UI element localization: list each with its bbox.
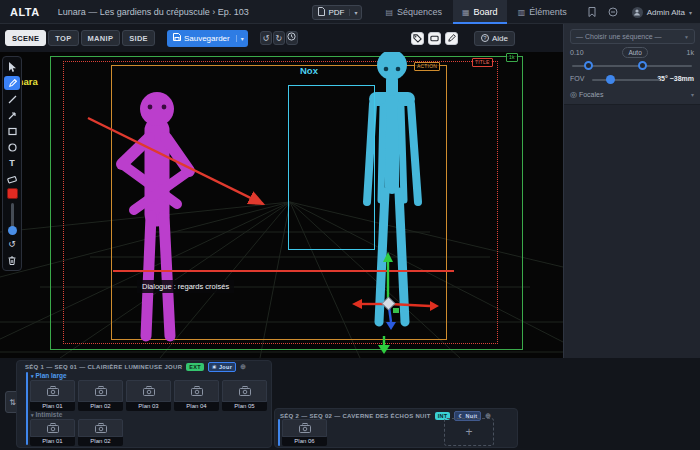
redo-button[interactable]: ↻ — [273, 31, 285, 45]
arrow-tool[interactable] — [4, 108, 20, 122]
focales-label: Focales — [579, 91, 604, 98]
rectangle-tool-button[interactable] — [428, 32, 441, 45]
select-tool[interactable] — [4, 60, 20, 74]
avatar — [632, 7, 643, 18]
auto-badge[interactable]: Auto — [622, 47, 647, 58]
plan-card[interactable]: Plan 04 — [174, 380, 219, 411]
scene-viewport[interactable]: 1k TITLE ACTION — [0, 52, 563, 358]
plan-card[interactable]: Plan 02 — [78, 380, 123, 411]
ext-badge: EXT — [186, 363, 204, 371]
sequence-1-header[interactable]: SÉQ 1 — SEQ 01 — CLAIRIÈRE LUMINEUSE JOU… — [25, 362, 246, 372]
topbar-actions: PDF ▾ ▤Séquences ▦Board ▥Éléments Admin … — [312, 0, 700, 24]
ellipse-tool[interactable] — [4, 140, 20, 154]
help-button[interactable]: ? Aide — [474, 31, 515, 46]
plan-label: Plan 06 — [282, 437, 327, 446]
plan-thumbnail — [222, 380, 267, 402]
sequence-options-icon[interactable]: ⊕ — [240, 363, 246, 371]
fov-handle[interactable] — [606, 75, 615, 84]
user-name: Admin Alta — [647, 8, 685, 17]
document-icon — [318, 7, 325, 18]
sequence-1-title: SÉQ 1 — SEQ 01 — CLAIRIÈRE LUMINEUSE JOU… — [25, 364, 182, 370]
color-swatch[interactable] — [7, 188, 18, 199]
plan-label: Plan 05 — [222, 402, 267, 411]
undo-button[interactable]: ↺ — [260, 31, 272, 45]
top-view-button[interactable]: TOP — [48, 30, 78, 46]
view-mode-segment: SCENE TOP MANIP SIDE — [5, 30, 155, 46]
plan-card[interactable]: Plan 06 — [282, 419, 327, 446]
scene-view-button[interactable]: SCENE — [5, 30, 46, 46]
gizmo-x-axis-right — [430, 301, 439, 311]
sequence-select[interactable]: — Choisir une séquence — ▼ — [570, 29, 695, 44]
plan-label: Plan 02 — [78, 402, 123, 411]
bookmark-icon[interactable] — [588, 7, 596, 17]
app-window: ALTA Lunara — Les gardiens du crépuscule… — [0, 0, 700, 450]
user-menu[interactable]: Admin Alta ▾ — [632, 7, 692, 18]
line-tool[interactable] — [4, 92, 20, 106]
focales-row[interactable]: ◎ Focales ▾ — [570, 90, 694, 99]
clear-annotations-button[interactable]: ↺ — [4, 237, 20, 251]
fov-slider[interactable] — [592, 79, 660, 81]
history-clock-button[interactable] — [286, 31, 298, 45]
plan-thumbnail — [282, 419, 327, 437]
annotation-quick-tools — [411, 32, 458, 45]
range-row: 0.10 Auto 1k — [570, 47, 694, 58]
focales-group: ◎ Focales — [570, 90, 603, 99]
text-tool[interactable]: T — [4, 156, 20, 170]
plan-thumbnail — [174, 380, 219, 402]
sequence-select-placeholder: — Choisir une séquence — — [576, 33, 662, 40]
plan-label: Plan 03 — [126, 402, 171, 411]
save-dropdown-button[interactable]: ▾ — [236, 35, 248, 42]
translate-gizmo[interactable] — [0, 52, 563, 358]
plan-card[interactable]: Plan 03 — [126, 380, 171, 411]
sun-icon: ☀ — [212, 364, 217, 370]
tab-sequences-label: Séquences — [397, 7, 442, 17]
plan-thumbnail — [78, 419, 123, 437]
chevron-down-icon: ▾ — [31, 412, 34, 418]
status-icon[interactable] — [608, 7, 618, 17]
plan-card[interactable]: Plan 01 — [30, 380, 75, 411]
plan-label: Plan 01 — [30, 402, 75, 411]
app-logo: ALTA — [10, 6, 40, 18]
stroke-size-handle[interactable] — [8, 226, 17, 235]
gizmo-x-axis-left — [352, 299, 362, 309]
camera-settings-panel: — Choisir une séquence — ▼ 0.10 Auto 1k … — [563, 24, 700, 358]
gizmo-y-axis — [383, 252, 393, 262]
add-plan-button[interactable]: + — [444, 418, 494, 446]
board-icon: ▦ — [462, 8, 470, 17]
pencil-tool-button[interactable] — [445, 32, 458, 45]
gizmo-z-axis — [386, 322, 396, 330]
pencil-tool[interactable] — [4, 76, 20, 90]
group-plan-large[interactable]: ▾ Plan large — [31, 372, 67, 379]
lens-icon: ◎ — [570, 90, 577, 99]
plan-card[interactable]: Plan 05 — [222, 380, 267, 411]
range-handle-far[interactable] — [638, 61, 647, 70]
sequences-icon: ▤ — [385, 8, 393, 17]
gizmo-center-handle — [382, 297, 395, 310]
range-handle-near[interactable] — [584, 61, 593, 70]
breadcrumb: Lunara — Les gardiens du crépuscule › Ep… — [58, 7, 249, 17]
clip-range-slider[interactable] — [572, 65, 692, 67]
pdf-export-button[interactable]: PDF — [313, 7, 349, 18]
tab-board[interactable]: ▦Board — [453, 0, 507, 24]
fov-label: FOV — [570, 75, 584, 82]
eraser-tool[interactable] — [4, 172, 20, 186]
tab-sequences[interactable]: ▤Séquences — [376, 0, 451, 24]
plan-card[interactable]: Plan 02 — [78, 419, 123, 446]
tag-tool-button[interactable] — [411, 32, 424, 45]
save-button[interactable]: Sauvegarder — [167, 33, 236, 43]
tab-elements[interactable]: ▥Éléments — [509, 0, 576, 24]
help-label: Aide — [492, 34, 508, 43]
stroke-size-slider[interactable] — [11, 203, 14, 233]
rectangle-tool[interactable] — [4, 124, 20, 138]
trash-button[interactable] — [4, 253, 20, 267]
pdf-dropdown-button[interactable]: ▾ — [349, 9, 361, 16]
plan-card[interactable]: Plan 01 — [30, 419, 75, 446]
top-bar: ALTA Lunara — Les gardiens du crépuscule… — [0, 0, 700, 24]
chevron-down-icon: ▼ — [684, 34, 689, 40]
group-intimiste[interactable]: ▾ Intimiste — [31, 411, 62, 418]
sequence-1-accent — [26, 372, 28, 445]
manip-view-button[interactable]: MANIP — [81, 30, 121, 46]
side-view-button[interactable]: SIDE — [122, 30, 155, 46]
chevron-down-icon: ▾ — [689, 9, 692, 16]
group-label: Intimiste — [36, 411, 63, 418]
